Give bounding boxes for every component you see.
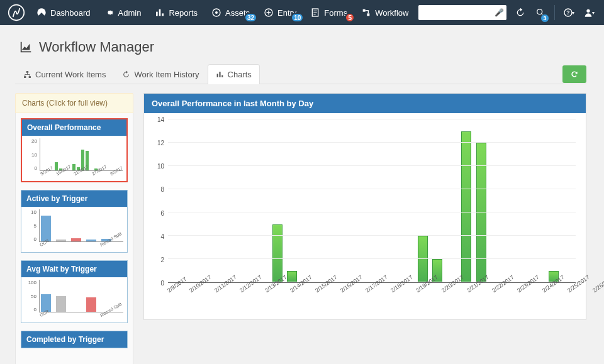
tab-work-item-history[interactable]: Work Item History xyxy=(114,64,207,84)
x-tick: 2/10/2017 xyxy=(190,283,215,308)
chart-bar[interactable] xyxy=(461,131,471,283)
x-tick: 2/21/2017 xyxy=(467,283,493,308)
reload-button[interactable] xyxy=(510,0,530,25)
workflow-icon xyxy=(361,8,371,18)
refresh-button[interactable] xyxy=(562,65,586,83)
area-chart-icon xyxy=(19,40,33,54)
tab-label: Charts xyxy=(228,70,252,79)
svg-rect-3 xyxy=(162,13,164,16)
separator xyxy=(554,5,555,20)
entry-icon xyxy=(264,8,274,18)
badge: 10 xyxy=(291,13,304,23)
tab-charts[interactable]: Charts xyxy=(208,64,260,84)
thumb-title: Avg Wait by Trigger xyxy=(21,261,127,277)
y-tick: 10 xyxy=(157,163,164,170)
nav-workflow[interactable]: Workflow xyxy=(355,4,415,21)
bar-chart-icon xyxy=(216,70,224,79)
nav-entry[interactable]: Entry 10 xyxy=(257,4,303,21)
nav-admin[interactable]: Admin xyxy=(98,4,148,21)
main-chart-title: Overall Performance in last Month by Day xyxy=(144,94,586,113)
svg-rect-8 xyxy=(363,9,366,12)
svg-rect-18 xyxy=(219,72,220,77)
nav-label: Dashboard xyxy=(50,8,91,18)
chart-thumb-overall-performance[interactable]: Overall Performance 20100 9/201715/20172… xyxy=(21,118,128,182)
gear-icon xyxy=(104,8,115,18)
x-tick: 2/16/2017 xyxy=(341,283,366,308)
main-chart-body: 02468101214 2/9/20172/10/20172/11/20172/… xyxy=(144,113,586,319)
sidebar-body[interactable]: Overall Performance 20100 9/201715/20172… xyxy=(15,113,133,364)
thumb-title: Overall Performance xyxy=(22,119,126,136)
tab-current-work-items[interactable]: Current Work Items xyxy=(15,64,114,84)
x-tick: 2/18/2017 xyxy=(391,283,417,308)
svg-rect-9 xyxy=(367,13,370,16)
chart-thumb-avg-wait-by-trigger[interactable]: Avg Wait by Trigger 100500 OCRRecord Spl… xyxy=(21,260,128,323)
y-tick: 12 xyxy=(157,140,164,146)
x-tick: 2/12/2017 xyxy=(240,283,266,308)
badge: 3 xyxy=(540,14,549,23)
mic-icon[interactable]: 🎤 xyxy=(495,8,504,17)
page-title: Workflow Manager xyxy=(19,39,586,55)
badge: 5 xyxy=(345,13,355,23)
y-tick: 14 xyxy=(157,116,164,123)
tab-bar: Current Work Items Work Item History Cha… xyxy=(15,64,586,84)
nav-label: Admin xyxy=(118,8,142,18)
y-tick: 8 xyxy=(160,186,164,193)
dashboard-icon xyxy=(36,8,47,18)
badge: 32 xyxy=(244,13,257,23)
forms-icon xyxy=(310,8,320,18)
content-row: Charts (Click for full view) Overall Per… xyxy=(15,93,586,364)
chart-bar[interactable] xyxy=(272,224,282,283)
nav-reports[interactable]: Reports xyxy=(148,4,204,21)
nav-label: Forms xyxy=(324,8,347,18)
thumb-body: 1050 OCRRecord Split xyxy=(21,207,127,252)
chart-thumb-completed-by-trigger[interactable]: Completed by Trigger xyxy=(21,331,128,348)
thumb-body: 20100 9/201715/201721/201727/20178/2017 xyxy=(22,136,126,181)
chart-thumb-active-by-trigger[interactable]: Active by Trigger 1050 OCRRecord Split xyxy=(21,190,128,253)
y-tick: 2 xyxy=(160,256,164,263)
chart-bar[interactable] xyxy=(418,236,428,282)
nav-label: Reports xyxy=(169,8,198,18)
chart-canvas: 02468101214 2/9/20172/10/20172/11/20172/… xyxy=(149,119,578,308)
svg-rect-2 xyxy=(159,9,161,16)
y-tick: 6 xyxy=(160,209,164,216)
y-tick: 0 xyxy=(160,280,164,287)
x-tick: 2/13/2017 xyxy=(266,283,291,308)
svg-point-5 xyxy=(215,11,218,14)
x-tick: 2/17/2017 xyxy=(366,283,391,308)
svg-rect-17 xyxy=(216,74,218,77)
search-button[interactable]: 3 xyxy=(530,0,551,25)
brand-logo[interactable] xyxy=(8,4,25,21)
x-tick: 2/20/2017 xyxy=(442,283,467,308)
nav-dashboard[interactable]: Dashboard xyxy=(30,4,97,21)
thumb-title: Completed by Trigger xyxy=(21,331,127,348)
svg-rect-19 xyxy=(221,75,223,77)
nav-forms[interactable]: Forms 5 xyxy=(304,4,354,21)
top-nav: Dashboard Admin Reports Assets 32 Entry … xyxy=(0,0,604,25)
svg-rect-14 xyxy=(26,71,28,73)
nav-items: Dashboard Admin Reports Assets 32 Entry … xyxy=(30,4,415,21)
user-menu[interactable]: ▾ xyxy=(579,0,599,25)
thumb-title: Active by Trigger xyxy=(21,190,127,207)
y-tick: 4 xyxy=(160,233,164,240)
x-tick: 2/26/2017 xyxy=(593,283,604,308)
nav-label: Workflow xyxy=(375,8,408,18)
bar-chart-icon xyxy=(155,8,165,18)
nav-assets[interactable]: Assets 32 xyxy=(205,4,256,21)
search-input[interactable] xyxy=(421,8,495,17)
search-box[interactable]: 🎤 xyxy=(418,5,506,20)
svg-rect-15 xyxy=(24,76,26,78)
assets-icon xyxy=(211,8,221,18)
x-tick: 2/24/2017 xyxy=(543,283,568,308)
sitemap-icon xyxy=(23,70,31,79)
svg-point-13 xyxy=(586,9,590,13)
chart-bar[interactable] xyxy=(287,271,297,283)
x-tick: 2/14/2017 xyxy=(291,283,316,308)
x-tick: 2/22/2017 xyxy=(493,283,518,308)
svg-point-10 xyxy=(537,9,542,14)
tab-label: Work Item History xyxy=(134,70,199,79)
thumb-body: 100500 OCRRecord Split xyxy=(21,277,127,323)
help-button[interactable]: ?▾ xyxy=(559,0,579,25)
svg-rect-16 xyxy=(29,76,31,78)
chart-bar[interactable] xyxy=(476,143,486,282)
svg-text:?: ? xyxy=(566,9,569,16)
